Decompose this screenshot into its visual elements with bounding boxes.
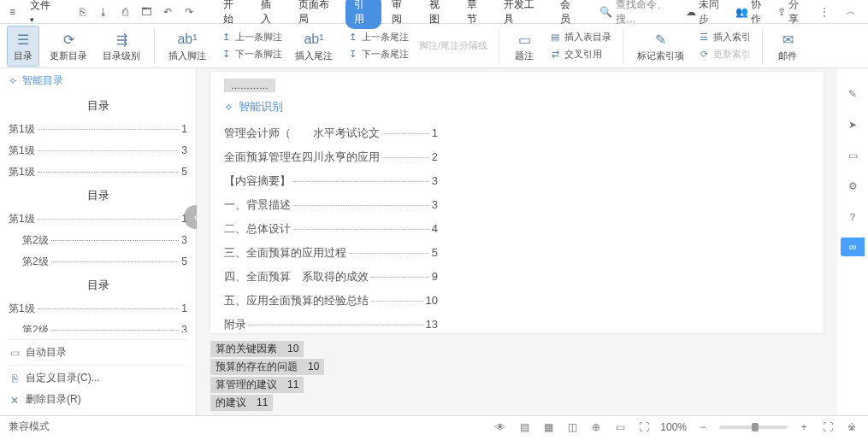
preview-icon[interactable]: 🗔 [138,3,156,21]
highlighted-text: 算的关键因素 10 [210,341,304,357]
cloud-icon: ☁ [686,6,696,18]
file-menu[interactable]: 文件 [25,0,61,25]
toc-entry[interactable]: 管理会计师（ 水平考试论文1 [224,121,438,145]
toc-sample-row[interactable]: 第2级3 [9,320,187,332]
insert-index[interactable]: ☰插入索引 [694,30,753,45]
update-toc-button[interactable]: ⟳更新目录 [44,26,92,67]
table-icon: ▤ [548,31,562,44]
smart-recognition-row[interactable]: ✧ 智能识别 [224,96,810,121]
work-area: ✧ 智能目录 目录第1级1第1级3第1级5目录第1级1第2级3第2级5目录第1级… [0,68,868,415]
help-icon[interactable]: ？ [842,207,863,227]
remove-toc-option[interactable]: ⨯删除目录(R) [9,389,187,410]
fullwidth-icon[interactable]: ▭ [612,419,628,435]
tab-引用[interactable]: 引用 [345,0,381,29]
tab-视图[interactable]: 视图 [421,0,457,29]
outline-view-icon[interactable]: ▤ [517,419,532,435]
slider-handle[interactable] [752,423,759,431]
new-icon[interactable]: ⎘ [74,3,92,21]
document-page[interactable]: ………… ✧ 智能识别 管理会计师（ 水平考试论文1全面预算管理在四川永亨的应用… [210,72,824,333]
insert-footnote-button[interactable]: ab¹插入脚注 [163,26,211,67]
tab-审阅[interactable]: 审阅 [383,0,419,29]
next-footnote[interactable]: ↧下一条脚注 [216,47,285,62]
pencil-icon[interactable]: ✎ [842,84,863,104]
tab-会员[interactable]: 会员 [552,0,588,29]
toc-entry[interactable]: 一、背景描述3 [224,193,438,217]
smart-toc-header[interactable]: ✧ 智能目录 [0,68,196,93]
chevron-up-icon[interactable]: ︿ [841,3,859,21]
sparkle-icon: ✧ [224,101,233,114]
highlighted-text: 预算的存在的问题 10 [210,359,324,375]
toc-sample-row[interactable]: 第1级1 [9,208,187,230]
cloud-icon[interactable]: ∞ [841,238,865,256]
toc-button[interactable]: ☰目录 [7,26,39,67]
search-placeholder: 查找命令、搜… [616,0,683,26]
prev-endnote[interactable]: ↥上一条尾注 [343,30,411,45]
undo-icon[interactable]: ↶ [159,3,177,21]
fit-icon[interactable]: ⛶ [636,419,652,435]
mark-index-button[interactable]: ✎标记索引项 [632,26,689,67]
search-icon: 🔍 [599,6,612,18]
web-view-icon[interactable]: ⊕ [588,419,604,435]
hamburger-icon[interactable]: ≡ [3,3,21,21]
more-icon[interactable]: ⋮ [816,3,834,21]
share-button[interactable]: ⇪分享 [777,0,807,26]
tab-页面布局[interactable]: 页面布局 [290,0,345,29]
prev-footnote[interactable]: ↥上一条脚注 [216,30,285,45]
tab-开发工具[interactable]: 开发工具 [495,0,550,29]
next-endnote[interactable]: ↧下一条尾注 [343,47,411,62]
caption-button[interactable]: ▭题注 [508,26,540,67]
toc-sample-row[interactable]: 第1级1 [9,119,187,140]
custom-toc-option[interactable]: ⎘自定义目录(C)... [9,367,187,389]
cursor-icon[interactable]: ➤ [842,114,863,135]
toc-entry[interactable]: 三、全面预算的应用过程5 [224,241,438,265]
cross-reference[interactable]: ⇄交叉引用 [546,47,614,62]
toc-entry[interactable]: 四、全面预算 系取得的成效9 [224,265,438,289]
level-label: 目录级别 [103,50,140,62]
prev-icon: ↥ [345,31,359,44]
redo-icon[interactable]: ↷ [180,3,198,21]
toc-sample-title[interactable]: 目录 [9,183,187,208]
toc-level-button[interactable]: ⇶目录级别 [97,26,145,67]
tab-插入[interactable]: 插入 [252,0,288,29]
mark-icon: ✎ [651,29,671,50]
toc-sample-title[interactable]: 目录 [9,93,187,119]
zoom-in-icon[interactable]: + [796,419,812,435]
toc-entry[interactable]: 【内容摘要】3 [224,169,438,193]
toc-entry[interactable]: 附录13 [224,313,438,333]
fullscreen-icon[interactable]: ⛶ [820,419,836,435]
mail-button[interactable]: ✉邮件 [771,26,804,67]
insert-table-toc[interactable]: ▤插入表目录 [546,30,614,45]
toc-sample-row[interactable]: 第2级5 [9,251,187,273]
print-icon[interactable]: ⎙ [116,3,134,21]
toc-sample-title[interactable]: 目录 [9,273,187,298]
toc-entry[interactable]: 全面预算管理在四川永亨的应用2 [224,145,438,169]
tab-开始[interactable]: 开始 [215,0,251,29]
toc-entry[interactable]: 五、应用全面预算的经验总结10 [224,289,438,313]
reading-view-icon[interactable]: ▦ [540,419,556,435]
select-icon[interactable]: ▭ [842,145,863,166]
zoom-out-icon[interactable]: − [695,419,711,435]
insert-endnote-button[interactable]: ab¹插入尾注 [290,26,338,67]
insfoot-label: 插入脚注 [168,50,206,62]
open-icon[interactable]: ⭳ [95,3,113,21]
smart-label: 智能识别 [239,99,283,114]
expand-icon[interactable]: ※ [844,419,859,435]
settings-icon[interactable]: ⚙ [842,176,863,197]
toc-sample-row[interactable]: 第1级1 [9,298,187,320]
toc-sample-row[interactable]: 第2级3 [9,230,187,251]
auto-toc-option[interactable]: ▭自动目录 [9,342,187,363]
command-search[interactable]: 🔍 查找命令、搜… [599,0,683,26]
tab-章节[interactable]: 章节 [458,0,494,29]
custom-icon: ⎘ [9,373,21,384]
coop-button[interactable]: 👥协作 [735,0,769,26]
toc-sample-row[interactable]: 第1级3 [9,140,187,161]
zoom-slider[interactable] [719,425,788,429]
page-view-icon[interactable]: ◫ [564,419,580,435]
right-sidebar: ✎ ➤ ▭ ⚙ ？ ∞ [837,68,868,415]
sync-status[interactable]: ☁未同步 [686,0,727,26]
zoom-label: 100% [660,421,687,433]
toc-sample-row[interactable]: 第1级5 [9,161,187,183]
eye-icon[interactable]: 👁 [493,419,508,435]
caption-label: 题注 [515,50,534,62]
toc-entry[interactable]: 二、总体设计4 [224,217,438,241]
